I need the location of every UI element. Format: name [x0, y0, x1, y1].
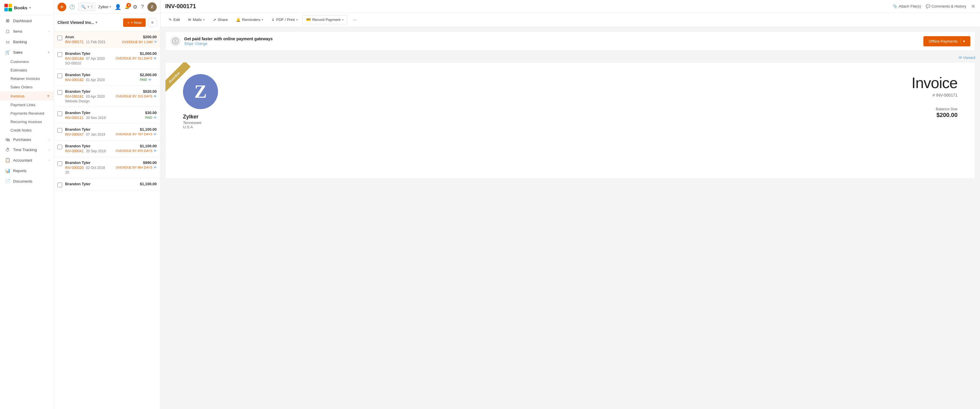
sidebar-item-payment-links[interactable]: Payment Links — [0, 101, 54, 109]
invoice-content: Brandon Tyler INV-000020 02 Oct 2018 20 — [65, 160, 113, 174]
contacts-icon[interactable]: 👤 — [115, 4, 121, 10]
list-menu-button[interactable]: ≡ — [148, 18, 157, 27]
sidebar-item-payments-received[interactable]: Payments Received — [0, 109, 54, 117]
invoice-date: 20 Sep 2018 — [86, 149, 106, 153]
invoice-checkbox[interactable] — [57, 111, 62, 116]
invoice-checkbox[interactable] — [57, 128, 62, 133]
invoice-number: INV-000111 — [65, 116, 83, 120]
invoice-amount: $1,100.00 — [116, 144, 157, 148]
detail-panel: INV-000171 📎 Attach File(s) 💬 Comments &… — [161, 0, 980, 409]
invoice-item[interactable]: Arun INV-000171 11 Feb 2021 $200.00 OVER… — [54, 31, 160, 48]
sidebar-item-banking[interactable]: ⚏ Banking — [0, 36, 54, 47]
invoice-right: $1,100.00 OVERDUE BY 767 DAYS 👁 — [116, 127, 157, 136]
user-name[interactable]: Zylker ▾ — [99, 5, 111, 9]
invoice-meta: INV-000171 11 Feb 2021 — [65, 40, 119, 44]
sidebar-item-documents[interactable]: 📄 Documents — [0, 176, 54, 186]
invoice-checkbox[interactable] — [57, 145, 62, 149]
sidebar-item-reports[interactable]: 📊 Reports — [0, 165, 54, 176]
offline-payments-button[interactable]: Offline Payments ▾ — [923, 36, 970, 46]
invoice-amount: $990.00 — [116, 160, 157, 165]
app-logo[interactable]: Books ▾ — [0, 0, 54, 16]
overdue-status: OVERDUE BY 1 DAY — [122, 40, 153, 44]
invoice-customer-name: Brandon Tyler — [65, 144, 113, 148]
invoice-item[interactable]: Brandon Tyler INV-000047 07 Jan 2019 $1,… — [54, 124, 160, 140]
list-filter-chevron-icon[interactable]: ▾ — [95, 21, 97, 24]
search-input[interactable] — [91, 5, 92, 9]
invoice-checkbox[interactable] — [57, 182, 62, 187]
sidebar-item-sales[interactable]: 🛒 Sales ▾ — [0, 47, 54, 57]
new-invoice-button[interactable]: + + New — [123, 18, 146, 27]
attach-files-button[interactable]: 📎 Attach File(s) — [893, 4, 921, 8]
invoice-content: Brandon Tyler INV-000047 07 Jan 2019 — [65, 127, 113, 136]
invoice-checkbox[interactable] — [57, 36, 62, 40]
eye-icon: 👁 — [154, 95, 157, 98]
invoice-item[interactable]: Brandon Tyler INV-000111 20 Nov 2019 $30… — [54, 107, 160, 124]
invoice-date: 07 Jan 2019 — [86, 132, 105, 136]
invoices-plus-icon[interactable]: + — [47, 94, 49, 98]
sidebar-item-estimates[interactable]: Estimates — [0, 66, 54, 75]
sidebar-item-customers[interactable]: Customers — [0, 57, 54, 66]
more-actions-button[interactable]: ··· — [350, 16, 360, 24]
invoice-date: 20 Nov 2019 — [86, 116, 106, 120]
invoice-item[interactable]: Brandon Tyler INV-000164 07 Apr 2020 SO-… — [54, 48, 160, 69]
invoice-checkbox[interactable] — [57, 90, 62, 95]
documents-icon: 📄 — [5, 179, 10, 184]
invoice-meta: INV-000020 02 Oct 2018 — [65, 166, 113, 170]
invoice-item[interactable]: Brandon Tyler INV-000041 20 Sep 2018 $1,… — [54, 140, 160, 157]
sidebar-item-sales-orders[interactable]: Sales Orders — [0, 83, 54, 91]
balance-section: Balance Due $200.00 — [912, 107, 958, 119]
notifications-button[interactable]: 🔔 4 — [125, 5, 129, 9]
invoice-item[interactable]: Brandon Tyler INV-000161 03 Apr 2020 Web… — [54, 86, 160, 107]
user-avatar[interactable]: Z — [147, 2, 157, 12]
sidebar-item-credit-notes[interactable]: Credit Notes — [0, 126, 54, 135]
sidebar-item-purchases[interactable]: 🛍 Purchases › — [0, 135, 54, 145]
mails-button[interactable]: ✉ Mails ▾ — [185, 16, 208, 24]
overdue-status: OVERDUE BY 876 DAYS — [116, 149, 152, 152]
sidebar-item-items[interactable]: ◻ Items › — [0, 26, 54, 36]
record-payment-button[interactable]: 💳 Record Payment ▾ — [302, 15, 347, 24]
sidebar-item-accountant[interactable]: 📋 Accountant › — [0, 155, 54, 165]
sidebar-item-recurring-invoices[interactable]: Recurring Invoices — [0, 117, 54, 126]
comments-history-button[interactable]: 💬 Comments & History — [926, 4, 966, 8]
invoice-meta: INV-000164 07 Apr 2020 — [65, 57, 113, 61]
new-label: + New — [131, 21, 142, 25]
invoice-item[interactable]: Brandon Tyler INV-000020 02 Oct 2018 20 … — [54, 157, 160, 178]
company-letter: Z — [194, 81, 207, 102]
list-title: Client Viewed Inv... ▾ — [57, 20, 121, 25]
sidebar-item-dashboard[interactable]: ⊞ Dashboard — [0, 16, 54, 26]
pdf-print-button[interactable]: ⇓ PDF / Print ▾ — [268, 16, 301, 24]
share-button[interactable]: ↗ Share — [209, 16, 231, 24]
list-title-text: Client Viewed Inv... — [57, 20, 94, 25]
help-icon[interactable]: ? — [141, 4, 144, 10]
history-button[interactable]: 🕐 — [69, 4, 75, 10]
invoice-item[interactable]: Brandon Tyler $1,100.00 — [54, 178, 160, 191]
list-top-bar: + 🕐 🔍 ▾ Zylker ▾ 👤 🔔 4 ⚙ ? Z — [54, 0, 160, 14]
sidebar-item-time-tracking[interactable]: ⏱ Time Tracking › — [0, 145, 54, 155]
invoice-right: $200.00 OVERDUE BY 1 DAY ✉ — [122, 35, 157, 44]
svg-rect-1 — [8, 4, 12, 7]
reminders-chevron-icon: ▾ — [262, 18, 263, 21]
search-filter-icon[interactable]: ▾ — [88, 5, 89, 9]
invoice-checkbox[interactable] — [57, 52, 62, 57]
invoice-content: Brandon Tyler INV-000162 01 Apr 2020 — [65, 73, 137, 82]
invoice-date: 02 Oct 2018 — [86, 166, 105, 170]
dashboard-icon: ⊞ — [5, 18, 10, 23]
invoice-item[interactable]: Brandon Tyler INV-000162 01 Apr 2020 $2,… — [54, 69, 160, 86]
change-link[interactable]: Change — [195, 42, 207, 46]
edit-button[interactable]: ✎ Edit — [165, 16, 183, 24]
settings-icon[interactable]: ⚙ — [133, 4, 137, 10]
reminders-button[interactable]: 🔔 Reminders ▾ — [232, 16, 267, 24]
viewed-text: Viewed — [963, 55, 975, 60]
close-detail-button[interactable]: ✕ — [971, 3, 975, 10]
notification-count: 4 — [126, 3, 131, 8]
sidebar-item-retainer-invoices[interactable]: Retainer Invoices — [0, 75, 54, 83]
add-button[interactable]: + — [57, 3, 66, 11]
invoice-checkbox[interactable] — [57, 161, 62, 166]
invoice-status: OVERDUE BY 864 DAYS 👁 — [116, 166, 157, 169]
invoice-checkbox[interactable] — [57, 73, 62, 78]
sidebar-item-invoices[interactable]: Invoices + — [0, 91, 54, 101]
balance-label: Balance Due — [912, 107, 958, 111]
mails-label: Mails — [192, 17, 201, 22]
invoice-customer-name: Brandon Tyler — [65, 111, 142, 115]
overdue-status: OVERDUE BY 311 DAYS — [116, 57, 152, 60]
